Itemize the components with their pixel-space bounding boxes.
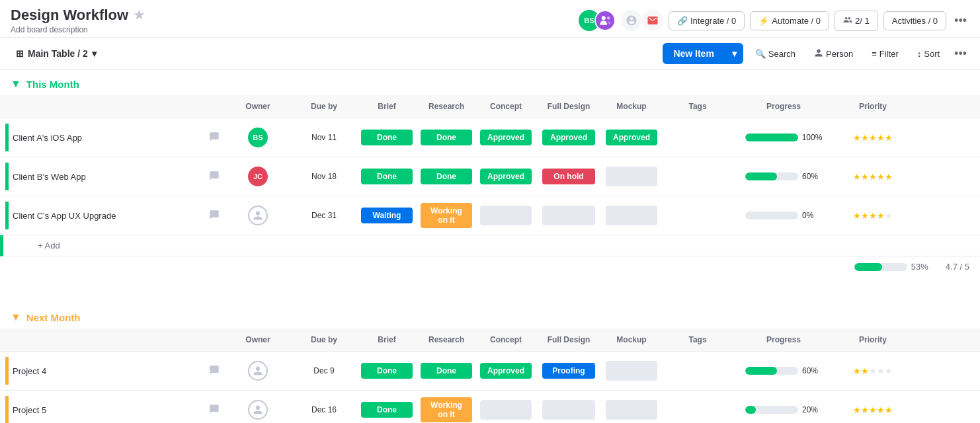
research-status[interactable]: Done: [421, 130, 472, 145]
mockup-empty[interactable]: [606, 206, 657, 225]
person-button[interactable]: Person: [807, 44, 860, 63]
progress-pct: 0%: [802, 211, 822, 220]
stars[interactable]: ★★★★★: [853, 172, 893, 182]
col-priority[interactable]: Priority: [833, 98, 913, 115]
comment-icon[interactable]: [209, 404, 220, 416]
avatar[interactable]: JC: [248, 167, 268, 186]
mockup-empty[interactable]: [606, 400, 657, 420]
concept-empty[interactable]: [480, 206, 532, 225]
group-title-this-month[interactable]: This Month: [26, 79, 79, 90]
avatar-extra1[interactable]: [621, 10, 642, 31]
col-brief[interactable]: Brief: [357, 331, 417, 348]
integrate-icon: 🔗: [677, 16, 688, 26]
summary-progress-label: 53%: [911, 262, 928, 272]
progress-bar-wrap: [745, 212, 798, 219]
summary-priority-label: 4.7 / 5: [946, 262, 969, 272]
mockup-cell: [602, 397, 661, 422]
fulldesign-empty[interactable]: [542, 206, 595, 225]
concept-status[interactable]: Approved: [480, 363, 532, 379]
col-full-design[interactable]: Full Design: [536, 331, 602, 348]
col-owner[interactable]: Owner: [225, 98, 291, 115]
mockup-empty[interactable]: [606, 167, 657, 186]
col-due-by[interactable]: Due by: [291, 331, 357, 348]
stars[interactable]: ★★★★★: [853, 405, 893, 415]
concept-status[interactable]: Approved: [480, 169, 532, 184]
tags-cell: [661, 167, 734, 186]
col-concept[interactable]: Concept: [476, 98, 536, 115]
col-owner[interactable]: Owner: [225, 331, 291, 348]
new-item-arrow[interactable]: ▾: [725, 43, 743, 64]
fulldesign-status[interactable]: Approved: [542, 130, 595, 145]
col-progress[interactable]: Progress: [734, 98, 833, 115]
board-description[interactable]: Add board description: [11, 25, 144, 34]
col-mockup[interactable]: Mockup: [602, 331, 661, 348]
priority-cell: ★★★★★: [833, 208, 913, 223]
col-research[interactable]: Research: [417, 331, 476, 348]
comment-icon[interactable]: [209, 210, 220, 222]
research-status[interactable]: Done: [421, 363, 472, 379]
col-priority[interactable]: Priority: [833, 331, 913, 348]
col-due-by[interactable]: Due by: [291, 98, 357, 115]
brief-status[interactable]: Done: [361, 169, 413, 184]
owner-cell: [225, 203, 291, 228]
new-item-button[interactable]: New Item ▾: [663, 43, 743, 64]
avatar-group[interactable]: [594, 10, 616, 31]
concept-cell: Approved: [476, 127, 536, 148]
avatar-outline[interactable]: [248, 206, 268, 225]
new-item-label: New Item: [663, 43, 724, 64]
filter-button[interactable]: ≡ Filter: [865, 45, 905, 63]
brief-status[interactable]: Done: [361, 363, 413, 379]
mockup-cell: [602, 203, 661, 228]
avatar[interactable]: BS: [248, 128, 268, 147]
brief-status[interactable]: Waiting: [361, 208, 413, 223]
avatar-outline[interactable]: [248, 361, 268, 381]
star-icon[interactable]: ★: [134, 8, 144, 22]
brief-status[interactable]: Done: [361, 402, 413, 418]
persons-button[interactable]: 2/ 1: [835, 11, 878, 31]
progress-bar-wrap: [745, 367, 798, 375]
mockup-empty[interactable]: [606, 361, 657, 381]
search-button[interactable]: 🔍 Search: [749, 45, 802, 63]
sort-button[interactable]: ↕ Sort: [911, 45, 946, 63]
integrate-button[interactable]: 🔗 Integrate / 0: [669, 11, 745, 30]
research-status[interactable]: Working on it: [421, 397, 472, 422]
col-progress[interactable]: Progress: [734, 331, 833, 348]
comment-icon[interactable]: [209, 132, 220, 144]
group-title-next-month[interactable]: Next Month: [26, 312, 81, 323]
brief-cell: Done: [357, 166, 417, 187]
avatar-extra2[interactable]: [642, 10, 663, 31]
research-status[interactable]: Working on it: [421, 203, 472, 228]
brief-status[interactable]: Done: [361, 130, 413, 145]
automate-button[interactable]: ⚡ Automate / 0: [750, 11, 829, 30]
fulldesign-status[interactable]: On hold: [542, 169, 595, 184]
add-row-this-month[interactable]: + Add: [0, 235, 980, 256]
group-toggle-next-month[interactable]: ▼: [11, 311, 21, 323]
fulldesign-empty[interactable]: [542, 400, 595, 420]
comment-icon[interactable]: [209, 365, 220, 377]
toolbar-more-button[interactable]: •••: [952, 44, 969, 63]
mockup-status[interactable]: Approved: [606, 130, 657, 145]
top-more-button[interactable]: •••: [952, 11, 969, 30]
group-toggle-this-month[interactable]: ▼: [11, 78, 21, 90]
priority-cell: ★★★★★: [833, 364, 913, 379]
avatar-outline[interactable]: [248, 400, 268, 420]
concept-empty[interactable]: [480, 400, 532, 420]
research-status[interactable]: Done: [421, 169, 472, 184]
concept-status[interactable]: Approved: [480, 130, 532, 145]
col-mockup[interactable]: Mockup: [602, 98, 661, 115]
activities-button[interactable]: Activities / 0: [883, 11, 946, 30]
col-brief[interactable]: Brief: [357, 98, 417, 115]
stars[interactable]: ★★★★★: [853, 133, 893, 143]
fulldesign-status[interactable]: Proofing: [542, 363, 595, 379]
col-tags[interactable]: Tags: [661, 98, 734, 115]
col-research[interactable]: Research: [417, 98, 476, 115]
research-cell: Done: [417, 166, 476, 187]
main-table-button[interactable]: ⊞ Main Table / 2 ▾: [11, 46, 102, 61]
col-concept[interactable]: Concept: [476, 331, 536, 348]
col-full-design[interactable]: Full Design: [536, 98, 602, 115]
stars[interactable]: ★★★★★: [853, 211, 893, 221]
comment-icon[interactable]: [209, 171, 220, 183]
col-tags[interactable]: Tags: [661, 331, 734, 348]
concept-cell: [476, 397, 536, 422]
stars[interactable]: ★★★★★: [853, 366, 893, 376]
